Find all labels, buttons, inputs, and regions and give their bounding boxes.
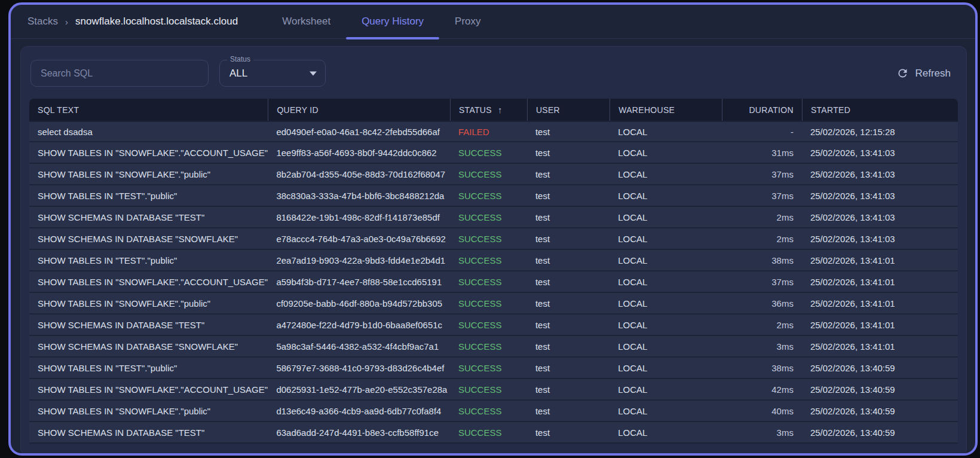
- sort-ascending-icon: ↑: [498, 105, 503, 115]
- table-row[interactable]: select dsadsaed0490ef-e0a0-46a1-8c42-2fe…: [29, 121, 958, 142]
- cell-duration: 2ms: [722, 315, 802, 336]
- cell-warehouse: LOCAL: [610, 185, 722, 207]
- cell-started: 25/02/2026, 13:41:01: [802, 315, 958, 336]
- tab-proxy[interactable]: Proxy: [439, 5, 496, 39]
- cell-user: test: [527, 164, 610, 185]
- column-header-warehouse[interactable]: WAREHOUSE: [610, 99, 722, 121]
- cell-status: SUCCESS: [450, 379, 527, 401]
- column-header-query_id[interactable]: QUERY ID: [268, 99, 450, 121]
- cell-duration: 31ms: [722, 142, 802, 164]
- column-header-sql[interactable]: SQL TEXT: [29, 99, 268, 121]
- cell-status: SUCCESS: [450, 207, 527, 228]
- cell-status: SUCCESS: [450, 142, 527, 164]
- cell-duration: 37ms: [722, 164, 802, 185]
- cell-warehouse: LOCAL: [610, 271, 722, 293]
- cell-warehouse: LOCAL: [610, 250, 722, 271]
- cell-started: 25/02/2026, 13:41:01: [802, 271, 958, 293]
- cell-sql: SHOW SCHEMAS IN DATABASE "TEST": [29, 315, 268, 336]
- cell-warehouse: LOCAL: [610, 142, 722, 164]
- cell-status: SUCCESS: [450, 271, 527, 293]
- cell-user: test: [527, 207, 610, 228]
- cell-status: SUCCESS: [450, 315, 527, 336]
- cell-query_id: 586797e7-3688-41c0-9793-d83d26c4b4ef: [268, 358, 450, 379]
- table-row[interactable]: SHOW TABLES IN "TEST"."public"586797e7-3…: [29, 358, 958, 379]
- cell-sql: SHOW TABLES IN "SNOWFLAKE"."ACCOUNT_USAG…: [29, 379, 268, 401]
- table-row[interactable]: SHOW SCHEMAS IN DATABASE "SNOWFLAKE"e78a…: [29, 228, 958, 250]
- cell-query_id: 5a98c3af-5446-4382-a532-4f4cbf9ac7a1: [268, 336, 450, 358]
- column-header-user[interactable]: USER: [527, 99, 610, 121]
- cell-duration: 2ms: [722, 207, 802, 228]
- table-row[interactable]: SHOW TABLES IN "TEST"."public"38c830a3-3…: [29, 185, 958, 207]
- query-history-table: SQL TEXTQUERY IDSTATUS↑USERWAREHOUSEDURA…: [29, 99, 958, 444]
- cell-query_id: d13e6c49-a366-4cb9-aa9d-6db77c0fa8f4: [268, 401, 450, 422]
- tab-bar: Worksheet Query History Proxy: [267, 5, 496, 39]
- breadcrumb-stacks-link[interactable]: Stacks: [27, 16, 58, 28]
- refresh-icon: [896, 67, 909, 80]
- cell-status: SUCCESS: [450, 185, 527, 207]
- cell-query_id: 8b2ab704-d355-405e-88d3-70d162f68047: [268, 164, 450, 185]
- table-row[interactable]: SHOW SCHEMAS IN DATABASE "SNOWFLAKE"5a98…: [29, 336, 958, 358]
- column-header-status[interactable]: STATUS↑: [450, 99, 527, 121]
- cell-query_id: 38c830a3-333a-47b4-bbf6-3bc8488212da: [268, 185, 450, 207]
- cell-sql: SHOW SCHEMAS IN DATABASE "TEST": [29, 207, 268, 228]
- table-row[interactable]: SHOW TABLES IN "SNOWFLAKE"."public"d13e6…: [29, 401, 958, 422]
- table-row[interactable]: SHOW SCHEMAS IN DATABASE "TEST"a472480e-…: [29, 315, 958, 336]
- table-row[interactable]: SHOW TABLES IN "SNOWFLAKE"."ACCOUNT_USAG…: [29, 142, 958, 164]
- cell-started: 25/02/2026, 13:41:01: [802, 250, 958, 271]
- column-header-started[interactable]: STARTED: [802, 99, 958, 121]
- cell-warehouse: LOCAL: [610, 315, 722, 336]
- cell-started: 25/02/2026, 13:40:59: [802, 358, 958, 379]
- table-row[interactable]: SHOW TABLES IN "SNOWFLAKE"."public"8b2ab…: [29, 164, 958, 185]
- cell-started: 25/02/2026, 13:41:01: [802, 336, 958, 358]
- tab-worksheet[interactable]: Worksheet: [267, 5, 346, 39]
- cell-sql: select dsadsa: [29, 121, 268, 142]
- table-row[interactable]: SHOW TABLES IN "SNOWFLAKE"."ACCOUNT_USAG…: [29, 379, 958, 401]
- cell-status: SUCCESS: [450, 164, 527, 185]
- cell-user: test: [527, 228, 610, 250]
- cell-sql: SHOW TABLES IN "SNOWFLAKE"."ACCOUNT_USAG…: [29, 142, 268, 164]
- column-header-duration[interactable]: DURATION: [722, 99, 802, 121]
- table-row[interactable]: SHOW TABLES IN "SNOWFLAKE"."ACCOUNT_USAG…: [29, 271, 958, 293]
- breadcrumb-current-stack: snowflake.localhost.localstack.cloud: [75, 16, 238, 28]
- cell-sql: SHOW SCHEMAS IN DATABASE "SNOWFLAKE": [29, 228, 268, 250]
- table-row[interactable]: SHOW SCHEMAS IN DATABASE "TEST"63ad6add-…: [29, 422, 958, 444]
- table-row[interactable]: SHOW TABLES IN "TEST"."public"2ea7ad19-b…: [29, 250, 958, 271]
- cell-status: SUCCESS: [450, 401, 527, 422]
- cell-warehouse: LOCAL: [610, 401, 722, 422]
- cell-warehouse: LOCAL: [610, 422, 722, 444]
- toolbar: Status ALL Refresh: [30, 60, 957, 87]
- cell-started: 25/02/2026, 13:41:03: [802, 164, 958, 185]
- cell-started: 25/02/2026, 13:40:59: [802, 401, 958, 422]
- cell-user: test: [527, 336, 610, 358]
- cell-status: SUCCESS: [450, 250, 527, 271]
- cell-user: test: [527, 422, 610, 444]
- cell-user: test: [527, 121, 610, 142]
- cell-started: 25/02/2026, 13:41:03: [802, 207, 958, 228]
- cell-query_id: cf09205e-babb-46df-880a-b94d572bb305: [268, 293, 450, 315]
- cell-query_id: 1ee9ff83-a56f-4693-8b0f-9442ddc0c862: [268, 142, 450, 164]
- cell-started: 25/02/2026, 13:40:59: [802, 379, 958, 401]
- tab-query-history[interactable]: Query History: [346, 5, 439, 39]
- cell-user: test: [527, 401, 610, 422]
- cell-user: test: [527, 358, 610, 379]
- cell-warehouse: LOCAL: [610, 164, 722, 185]
- table-row[interactable]: SHOW TABLES IN "SNOWFLAKE"."public"cf092…: [29, 293, 958, 315]
- cell-status: SUCCESS: [450, 336, 527, 358]
- top-navigation: Stacks › snowflake.localhost.localstack.…: [11, 5, 975, 39]
- cell-duration: 3ms: [722, 422, 802, 444]
- breadcrumb: Stacks › snowflake.localhost.localstack.…: [27, 16, 238, 28]
- cell-status: SUCCESS: [450, 293, 527, 315]
- table-row[interactable]: SHOW SCHEMAS IN DATABASE "TEST"8168422e-…: [29, 207, 958, 228]
- refresh-button[interactable]: Refresh: [890, 62, 957, 84]
- cell-status: SUCCESS: [450, 422, 527, 444]
- cell-status: SUCCESS: [450, 358, 527, 379]
- search-input[interactable]: [30, 60, 209, 87]
- cell-query_id: 8168422e-19b1-498c-82df-f141873e85df: [268, 207, 450, 228]
- cell-started: 25/02/2026, 12:15:28: [802, 121, 958, 142]
- cell-duration: 37ms: [722, 271, 802, 293]
- cell-user: test: [527, 142, 610, 164]
- cell-warehouse: LOCAL: [610, 228, 722, 250]
- status-filter-select[interactable]: Status ALL: [219, 60, 326, 87]
- cell-warehouse: LOCAL: [610, 293, 722, 315]
- cell-warehouse: LOCAL: [610, 336, 722, 358]
